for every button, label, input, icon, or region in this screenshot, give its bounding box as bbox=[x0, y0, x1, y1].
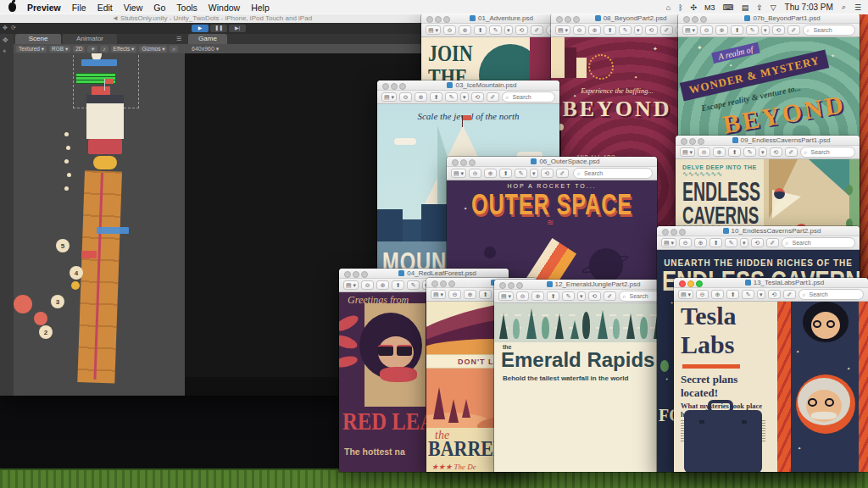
search-field[interactable]: ⌕ bbox=[782, 237, 855, 248]
pan-tool-icon[interactable]: ✥ bbox=[3, 25, 8, 31]
m3-icon[interactable]: M3 bbox=[704, 3, 715, 12]
share-button[interactable]: ⬆ bbox=[604, 25, 616, 35]
search-input[interactable] bbox=[582, 169, 648, 177]
sidebar-button[interactable]: ▤ ▾ bbox=[498, 291, 514, 301]
share-button[interactable]: ⬆ bbox=[392, 280, 404, 290]
share-button[interactable]: ⬆ bbox=[731, 25, 743, 35]
zoom-button[interactable] bbox=[573, 16, 580, 23]
markup-pen-button[interactable]: ✎ bbox=[515, 169, 527, 178]
scene-search-field[interactable]: ⌕ bbox=[170, 46, 178, 53]
share-button[interactable]: ⬆ bbox=[709, 238, 722, 247]
rotate-button[interactable]: ⟲ bbox=[772, 25, 785, 35]
move-tool-icon[interactable]: ⌖ bbox=[3, 47, 7, 56]
search-input[interactable] bbox=[511, 93, 551, 101]
share-button[interactable]: ⬆ bbox=[726, 290, 739, 299]
search-input[interactable] bbox=[812, 26, 851, 34]
pen-style-button[interactable]: ▾ bbox=[577, 291, 586, 301]
wifi-icon[interactable]: ▽ bbox=[771, 3, 776, 12]
tab-animator[interactable]: Animator bbox=[63, 34, 117, 44]
zoom-button[interactable] bbox=[443, 16, 450, 23]
rotate-button[interactable]: ⟲ bbox=[645, 25, 658, 35]
rotate-button[interactable]: ⟲ bbox=[770, 147, 782, 157]
zoom-out-button[interactable]: ⊖ bbox=[448, 290, 461, 299]
search-field[interactable]: ⌕ bbox=[803, 25, 855, 36]
menu-app-name[interactable]: Preview bbox=[27, 3, 61, 13]
close-button[interactable] bbox=[681, 138, 687, 145]
markup-toolbar-button[interactable]: ✐ bbox=[783, 290, 796, 299]
markup-toolbar-button[interactable]: ✐ bbox=[487, 92, 499, 102]
sidebar-button[interactable]: ▤ ▾ bbox=[343, 280, 359, 290]
spotlight-icon[interactable]: ⌕ bbox=[842, 3, 846, 12]
close-button[interactable] bbox=[679, 280, 686, 287]
minimize-button[interactable] bbox=[440, 280, 447, 287]
mode-2d-toggle[interactable]: 2D bbox=[73, 46, 85, 53]
resolution-dropdown[interactable]: 640x960 ▾ bbox=[192, 46, 219, 52]
keychain-icon[interactable]: ⌂ bbox=[666, 3, 670, 12]
search-field[interactable]: ⌕ bbox=[798, 289, 864, 300]
zoom-button[interactable] bbox=[448, 280, 455, 287]
share-button[interactable]: ⬆ bbox=[728, 147, 741, 157]
close-button[interactable] bbox=[499, 282, 506, 289]
sidebar-button[interactable]: ▤ ▾ bbox=[678, 290, 693, 299]
search-field[interactable]: ⌕ bbox=[619, 291, 661, 302]
updates-icon[interactable]: ⇪ bbox=[756, 3, 763, 12]
menu-item-file[interactable]: File bbox=[72, 3, 86, 13]
minimize-button[interactable] bbox=[670, 229, 677, 236]
close-button[interactable] bbox=[556, 16, 563, 23]
minimize-button[interactable] bbox=[687, 280, 694, 287]
pen-style-button[interactable]: ▾ bbox=[740, 238, 748, 247]
pause-button[interactable]: ❚❚ bbox=[210, 25, 227, 32]
share-button[interactable]: ⬆ bbox=[430, 92, 442, 102]
menu-item-edit[interactable]: Edit bbox=[97, 3, 113, 13]
close-button[interactable] bbox=[662, 229, 669, 236]
share-button[interactable]: ⬆ bbox=[547, 291, 559, 301]
zoom-button[interactable] bbox=[698, 138, 704, 145]
minimize-button[interactable] bbox=[565, 16, 571, 23]
rotate-button[interactable]: ⟲ bbox=[751, 238, 764, 247]
menu-item-tools[interactable]: Tools bbox=[176, 3, 198, 13]
close-button[interactable] bbox=[431, 280, 438, 287]
markup-pen-button[interactable]: ✎ bbox=[743, 147, 756, 157]
markup-pen-button[interactable]: ✎ bbox=[742, 290, 754, 299]
markup-toolbar-button[interactable]: ✐ bbox=[787, 25, 800, 35]
pen-style-button[interactable]: ▾ bbox=[530, 169, 538, 178]
zoom-out-button[interactable]: ⊖ bbox=[361, 280, 374, 290]
display-icon[interactable]: ▤ bbox=[742, 3, 749, 12]
rotate-button[interactable]: ⟲ bbox=[768, 290, 781, 299]
markup-pen-button[interactable]: ✎ bbox=[619, 25, 632, 35]
markup-pen-button[interactable]: ✎ bbox=[407, 280, 420, 290]
menu-item-help[interactable]: Help bbox=[251, 3, 270, 13]
zoom-in-button[interactable]: ⊕ bbox=[715, 25, 728, 35]
tab-scene[interactable]: Scene bbox=[15, 34, 61, 44]
markup-toolbar-button[interactable]: ✐ bbox=[766, 238, 779, 247]
share-button[interactable]: ⬆ bbox=[474, 25, 487, 35]
zoom-out-button[interactable]: ⊖ bbox=[700, 25, 713, 35]
lighting-toggle[interactable]: ☀ bbox=[87, 46, 97, 53]
minimize-button[interactable] bbox=[435, 16, 442, 23]
audio-toggle[interactable]: ♪ bbox=[100, 46, 108, 53]
zoom-out-button[interactable]: ⊖ bbox=[679, 238, 692, 247]
step-button[interactable]: ▶| bbox=[229, 25, 246, 32]
search-input[interactable] bbox=[810, 148, 851, 156]
rotate-button[interactable]: ⟲ bbox=[588, 291, 601, 301]
play-button[interactable]: ▶ bbox=[192, 25, 209, 32]
apple-menu-icon[interactable] bbox=[8, 3, 16, 12]
fan-icon[interactable]: ✣ bbox=[691, 3, 698, 12]
menu-item-go[interactable]: Go bbox=[153, 3, 165, 13]
scene-viewport[interactable]: 5432 bbox=[14, 53, 185, 396]
sidebar-button[interactable]: ▤ ▾ bbox=[682, 25, 698, 35]
sidebar-button[interactable]: ▤ ▾ bbox=[661, 238, 676, 247]
zoom-button[interactable] bbox=[696, 280, 703, 287]
sidebar-button[interactable]: ▤ ▾ bbox=[680, 147, 695, 157]
markup-toolbar-button[interactable]: ✐ bbox=[785, 147, 798, 157]
search-field[interactable]: ⌕ bbox=[502, 92, 555, 103]
markup-toolbar-button[interactable]: ✐ bbox=[531, 25, 543, 35]
search-input[interactable] bbox=[808, 291, 860, 298]
zoom-button[interactable] bbox=[399, 83, 406, 90]
minimize-button[interactable] bbox=[689, 138, 696, 145]
close-button[interactable] bbox=[683, 16, 690, 23]
pen-style-button[interactable]: ▾ bbox=[504, 25, 513, 35]
search-field[interactable]: ⌕ bbox=[573, 168, 653, 179]
zoom-out-button[interactable]: ⊖ bbox=[469, 169, 481, 178]
pen-style-button[interactable]: ▾ bbox=[759, 147, 767, 157]
